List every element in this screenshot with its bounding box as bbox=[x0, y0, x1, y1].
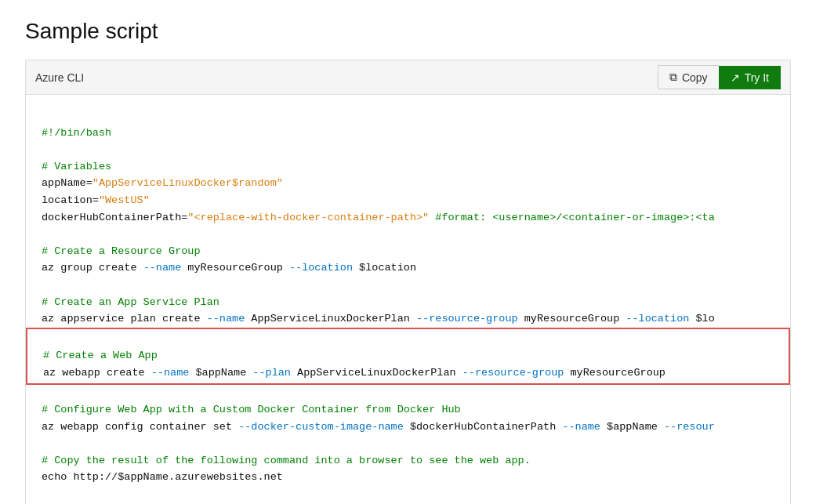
try-it-icon: ↗ bbox=[731, 71, 740, 84]
toolbar-label: Azure CLI bbox=[35, 71, 84, 84]
cmd-appservice-plan: az appservice plan create --name AppServ… bbox=[42, 313, 715, 325]
page-title: Sample script bbox=[25, 19, 791, 44]
comment-variables: # Variables bbox=[42, 161, 111, 172]
code-block: #!/bin/bash # Variables appName="AppServ… bbox=[26, 95, 790, 504]
highlighted-section: # Create a Web App az webapp create --na… bbox=[26, 328, 790, 385]
code-container: Azure CLI ⧉ Copy ↗ Try It #!/bin/bash # … bbox=[25, 60, 791, 504]
copy-icon: ⧉ bbox=[669, 71, 677, 84]
comment-web-app: # Create a Web App bbox=[43, 350, 158, 361]
cmd-webapp-config: az webapp config container set --docker-… bbox=[42, 421, 715, 433]
cmd-webapp-create: az webapp create --name $appName --plan … bbox=[43, 367, 665, 379]
cmd-echo: echo http://$appName.azurewebsites.net bbox=[42, 471, 283, 483]
copy-label: Copy bbox=[682, 71, 708, 84]
var-appname: appName="AppServiceLinuxDocker$random" bbox=[42, 177, 283, 189]
comment-copy-result: # Copy the result of the following comma… bbox=[42, 455, 531, 466]
var-location: location="WestUS" bbox=[42, 194, 150, 206]
cmd-group-create: az group create --name myResourceGroup -… bbox=[42, 262, 416, 274]
var-dockerpath: dockerHubContainerPath="<replace-with-do… bbox=[42, 212, 715, 223]
comment-app-service-plan: # Create an App Service Plan bbox=[42, 296, 219, 308]
code-scroll-area[interactable]: #!/bin/bash # Variables appName="AppServ… bbox=[26, 95, 790, 504]
copy-button[interactable]: ⧉ Copy bbox=[658, 65, 719, 89]
comment-configure-docker: # Configure Web App with a Custom Docker… bbox=[42, 404, 461, 415]
comment-resource-group: # Create a Resource Group bbox=[42, 245, 201, 257]
try-it-button[interactable]: ↗ Try It bbox=[719, 66, 781, 89]
shebang-line: #!/bin/bash bbox=[42, 127, 111, 139]
toolbar-buttons: ⧉ Copy ↗ Try It bbox=[658, 65, 781, 89]
try-it-label: Try It bbox=[745, 71, 769, 84]
code-toolbar: Azure CLI ⧉ Copy ↗ Try It bbox=[26, 60, 790, 95]
